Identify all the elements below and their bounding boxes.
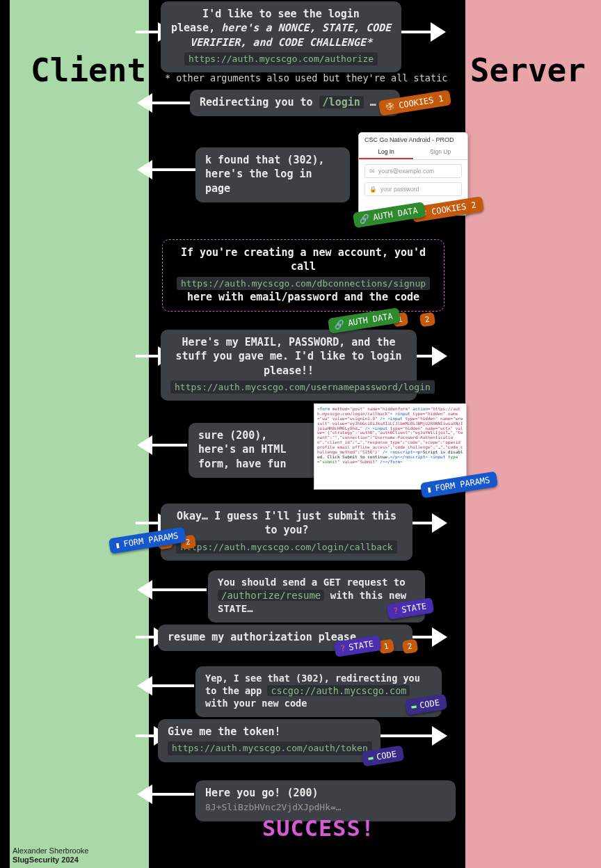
msg-redirect-app: Yep, I see that (302), redirecting you t… — [195, 666, 442, 717]
mail-icon: ✉ — [369, 168, 375, 175]
msg-found-302: k found that (302), here's the log in pa… — [195, 147, 350, 202]
password-field: 🔒your password — [364, 182, 462, 196]
lock-icon: 🔒 — [369, 186, 377, 193]
chip-icon: ▬ — [410, 701, 417, 712]
client-column: Client Alexander Sherbrooke SlugSecurity… — [10, 0, 149, 868]
msg-signup-note: If you're creating a new account, you'd … — [162, 239, 444, 312]
msg-redirect-login: Redirecting you to /login … — [190, 90, 400, 116]
arrow-right-icon — [380, 734, 435, 737]
question-icon: ? — [392, 606, 399, 616]
credit: Alexander Sherbrooke SlugSecurity 2024 — [13, 846, 88, 866]
arrow-right-icon — [136, 522, 161, 524]
cookie-icon: 🍪 — [384, 102, 396, 113]
arrow-left-icon — [150, 684, 194, 687]
credit-org: SlugSecurity 2024 — [13, 855, 88, 865]
chip-icon: ▬ — [367, 753, 374, 763]
tab-login: Log In — [359, 145, 413, 159]
link-icon: 🔗 — [358, 214, 370, 225]
msg-login-request: Here's my EMAIL, PASSWORD, and the stuff… — [161, 330, 417, 401]
url-authorize: https://auth.mycscgo.com/authorize — [184, 52, 378, 66]
credit-author: Alexander Sherbrooke — [13, 846, 88, 856]
arrow-left-icon — [150, 102, 190, 104]
msg-submit-callback: Okay… I guess I'll just submit this to y… — [161, 504, 412, 561]
arrow-left-icon — [150, 444, 187, 447]
arrow-right-icon — [136, 734, 157, 737]
success-text: SUCCESS! — [262, 815, 375, 842]
arrow-right-icon — [400, 31, 433, 33]
message-lane: I'd like to see the login please, here's… — [157, 0, 451, 868]
msg-html-form: sure (200), here's an HTML form, have fu… — [189, 423, 319, 478]
arrow-right-icon — [412, 636, 435, 638]
question-icon: ? — [339, 643, 346, 654]
arrow-right-icon — [136, 355, 161, 357]
email-field: ✉yours@example.com — [364, 164, 462, 178]
arrow-left-icon — [150, 793, 194, 796]
doc-icon: ▮ — [114, 540, 120, 550]
login-card-title: CSC Go Native Android - PROD — [359, 133, 467, 145]
client-title: Client — [31, 51, 146, 89]
footnote: * other arguments also used but they're … — [165, 72, 447, 83]
msg-authorize: I'd like to see the login please, here's… — [161, 1, 401, 72]
link-icon: 🔗 — [333, 319, 345, 330]
arrow-right-icon — [415, 355, 435, 357]
msg-token-request: Give me the token! https://auth.mycscgo.… — [158, 719, 380, 762]
arrow-left-icon — [150, 168, 195, 171]
arrow-left-icon — [150, 588, 207, 591]
server-column: Server — [465, 0, 601, 868]
arrow-right-icon — [412, 522, 435, 524]
arrow-right-icon — [136, 636, 157, 638]
badge-cookies-mini-2: 2 — [419, 312, 435, 328]
badge-cookies-mini-2: 2 — [402, 639, 418, 654]
tab-signup: Sign Up — [413, 145, 467, 159]
html-card: <form method="post" name="hiddenform" ac… — [314, 403, 467, 490]
doc-icon: ▮ — [426, 484, 432, 495]
server-title: Server — [470, 51, 586, 89]
arrow-right-icon — [136, 31, 161, 33]
